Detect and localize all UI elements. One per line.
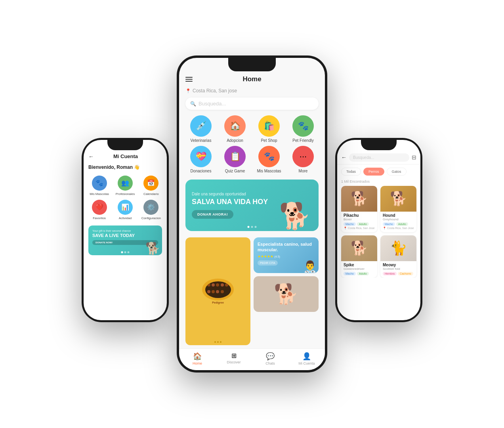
nav-micuenta[interactable]: 👤 Mi Cuenta: [288, 352, 325, 365]
hound-info: Hound Greyhound Macho Adulto 📍Costa Rica…: [380, 212, 416, 232]
banner-dot-1: [248, 226, 250, 228]
hound-age-tag: Adulto: [396, 222, 408, 226]
left-banner-dots: [121, 251, 130, 253]
category-adopcion[interactable]: 🏠 Adopcion: [220, 115, 250, 143]
filter-gatos[interactable]: Gatos: [387, 168, 407, 176]
donate-button[interactable]: DONAR AHORA!: [192, 210, 233, 219]
vet-doctor-icon: 👨‍⚕️: [303, 260, 317, 273]
left-phone: ← Mi Cuenta Bienvenido, Roman 👋 🐾 Mis Ma…: [82, 138, 169, 322]
right-cards: Especialista canino, salud muscular. ★★★…: [254, 237, 319, 345]
mascotas-icon: 🐾: [92, 176, 107, 191]
food-card-dots: [214, 341, 221, 343]
spike-tags: Macho Adulto: [344, 272, 375, 275]
pikachu-gender-tag: Macho: [344, 222, 356, 226]
category-quiz[interactable]: 📋 Quiz Game: [220, 146, 250, 173]
hamburger-menu-icon[interactable]: [185, 77, 193, 82]
discover-nav-label: Discover: [227, 360, 241, 364]
nav-discover[interactable]: ⊞ Discover: [216, 352, 252, 365]
menu-item-favoritos[interactable]: ❤️ Favoritos: [88, 200, 110, 220]
meowy-age-tag: Cachorro: [398, 272, 413, 275]
search-placeholder: Busqueda...: [199, 101, 226, 107]
left-phone-header: ← Mi Cuenta: [84, 151, 167, 162]
category-petshop[interactable]: 🛍️ Pet Shop: [254, 115, 284, 143]
pet-card-spike[interactable]: 🐕 Spike Goldenredriver Macho Adulto: [341, 235, 377, 278]
vet-appointment-button[interactable]: PEDIR CITA: [258, 260, 278, 266]
meowy-gender-tag: Hembra: [383, 272, 397, 275]
left-phone-title: Mi Cuenta: [97, 153, 154, 159]
right-back-icon[interactable]: ←: [341, 154, 347, 160]
category-mismascotas[interactable]: 🐾 Mis Mascotas: [254, 146, 284, 173]
menu-item-profesionales[interactable]: 👥 Profesionales: [114, 176, 136, 196]
right-search-bar[interactable]: Busqueda...: [349, 153, 409, 162]
filter-perros[interactable]: Perros: [363, 168, 384, 176]
meowy-info: Meowy Scottish fold Hembra Cachorro: [380, 261, 416, 278]
location-bar: 📍 Costa Rica, San jose: [179, 86, 325, 95]
dot-2: [124, 251, 126, 253]
actividad-icon: 📊: [118, 200, 133, 215]
meowy-image: 🐈: [380, 235, 416, 261]
home-nav-icon: 🏠: [193, 352, 202, 361]
vet-rating: (4.5): [275, 255, 280, 258]
discover-nav-icon: ⊞: [231, 352, 237, 359]
quiz-icon: 📋: [224, 146, 246, 167]
mismascotas-icon: 🐾: [258, 146, 280, 167]
category-grid: 💉 Veterinarias 🏠 Adopcion 🛍️ Pet Shop 🐾 …: [179, 112, 325, 176]
location-text: Costa Rica, San jose: [193, 88, 237, 94]
banner-text: Dale una segunda oportunidad SALVA UNA V…: [185, 186, 319, 225]
petshop-icon: 🛍️: [258, 115, 280, 137]
profesionales-icon: 👥: [118, 176, 133, 191]
micuenta-nav-label: Mi Cuenta: [298, 361, 315, 365]
pet-card-pikachu[interactable]: 🐕 Pikachu Boxer Macho Adulto 📍Costa Rica…: [341, 186, 377, 232]
category-petfriendly[interactable]: 🐾 Pet Friendly: [288, 115, 319, 143]
micuenta-nav-icon: 👤: [302, 352, 311, 361]
category-donaciones[interactable]: 💝 Donaciones: [185, 146, 216, 173]
center-phone: Home 📍 Costa Rica, San jose 🔍 Busqueda..…: [177, 55, 327, 373]
dot-1: [121, 251, 123, 253]
dog-card[interactable]: 🐕: [254, 276, 319, 312]
vet-card[interactable]: Especialista canino, salud muscular. ★★★…: [254, 237, 319, 273]
left-menu-grid: 🐾 Mis Mascotas 👥 Profesionales 📅 Calenda…: [84, 172, 167, 223]
results-count: 1 Mil Encontrados: [337, 179, 420, 186]
pet-card-meowy[interactable]: 🐈 Meowy Scottish fold Hembra Cachorro: [380, 235, 416, 278]
pedigree-label: Pedigree: [202, 301, 234, 304]
spike-age-tag: Adulto: [357, 272, 369, 275]
back-arrow-icon[interactable]: ←: [88, 153, 94, 160]
favoritos-icon: ❤️: [92, 200, 107, 215]
filter-todas[interactable]: Todas: [341, 168, 361, 176]
hound-gender-tag: Macho: [383, 222, 395, 226]
hound-tags: Macho Adulto: [383, 222, 414, 226]
menu-item-calendario[interactable]: 📅 Calendario: [140, 176, 162, 196]
search-bar[interactable]: 🔍 Busqueda...: [185, 97, 319, 110]
nav-chats[interactable]: 💬 Chats: [252, 352, 288, 365]
boxer-dog-icon: 🐕: [274, 283, 298, 306]
kibble: [207, 290, 210, 293]
spike-info: Spike Goldenredriver Macho Adulto: [341, 261, 377, 278]
right-phone-content: ← Busqueda... ⊟ Todas Perros Gatos: [337, 140, 420, 320]
nav-home[interactable]: 🏠 Home: [179, 352, 216, 365]
center-phone-notch: [228, 58, 276, 71]
center-banner: Dale una segunda oportunidad SALVA UNA V…: [185, 180, 319, 231]
left-phone-content: ← Mi Cuenta Bienvenido, Roman 👋 🐾 Mis Ma…: [84, 140, 167, 320]
category-more[interactable]: ··· More: [288, 146, 319, 173]
pikachu-location: 📍Costa Rica, San Jose: [344, 227, 375, 230]
kibble: [221, 283, 224, 287]
calendario-icon: 📅: [143, 176, 158, 191]
food-card[interactable]: Pedigree: [185, 237, 250, 345]
kibble: [221, 290, 224, 293]
config-icon: ⚙️: [143, 200, 158, 215]
menu-item-mascotas[interactable]: 🐾 Mis Mascotas: [88, 176, 110, 196]
home-nav-label: Home: [193, 361, 202, 365]
menu-item-config[interactable]: ⚙️ Configuracion: [140, 200, 162, 220]
pet-card-hound[interactable]: 🐕 Hound Greyhound Macho Adulto 📍Costa Ri…: [380, 186, 416, 232]
category-veterinarias[interactable]: 💉 Veterinarias: [185, 115, 216, 143]
banner-pagination-dots: [248, 226, 257, 228]
right-filter-icon[interactable]: ⊟: [412, 154, 416, 160]
vet-stars: ★★★★★: [258, 254, 273, 258]
pikachu-tags: Macho Adulto: [344, 222, 375, 226]
banner-dot-2: [251, 226, 253, 228]
bottom-cards: Pedigree E: [185, 237, 319, 345]
pikachu-info: Pikachu Boxer Macho Adulto 📍Costa Rica, …: [341, 212, 377, 232]
donaciones-icon: 💝: [190, 146, 212, 167]
menu-item-actividad[interactable]: 📊 Actividad: [114, 200, 136, 220]
bowl-inner: [205, 281, 231, 298]
